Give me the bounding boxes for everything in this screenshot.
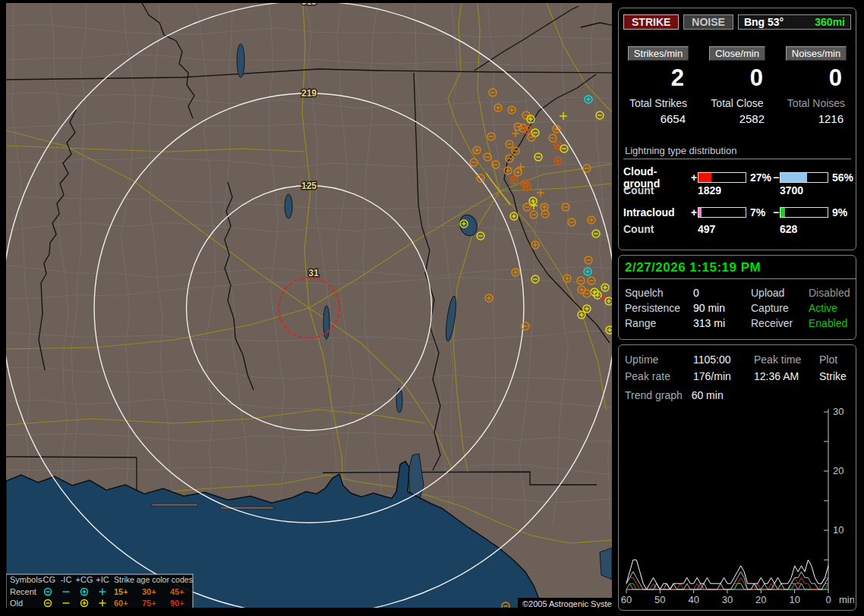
cg-positive-count: 1829: [698, 184, 746, 196]
svg-text:15+: 15+: [114, 587, 128, 596]
ring-label: 125: [301, 181, 317, 191]
upload-value: Disabled: [809, 287, 850, 299]
noises-column: Noises/min 0 Total Noises 1216: [777, 46, 856, 125]
svg-text:Strike age color codes: Strike age color codes: [114, 575, 193, 584]
trend-series-ic_negative: [626, 583, 828, 589]
map-layers: 12521931331Symbols-CG-IC+CG+ICStrike age…: [2, 0, 615, 616]
ic-negative-bar: [780, 207, 828, 218]
stats-row: Uptime 1105:00 Peak time Plot: [619, 351, 856, 368]
minus-sign: −: [772, 206, 780, 218]
counters-box: STRIKE NOISE Bng 53° 360mi Strikes/min 2…: [618, 8, 856, 250]
ic-positive-bar: [698, 207, 746, 218]
close-per-min-value: 0: [698, 61, 777, 93]
map-canvas[interactable]: 12521931331Symbols-CG-IC+CG+ICStrike age…: [0, 0, 615, 616]
intracloud-row: Intracloud + 7% − 9%: [623, 204, 851, 220]
range-readout: 360mi: [815, 16, 845, 28]
receiver-label: Receiver: [751, 317, 809, 329]
stats-row: Peak rate 176/min 12:36 AM Strike: [619, 368, 856, 385]
peak-time-label: Peak time: [754, 354, 819, 366]
trend-series-cg_negative: [626, 572, 828, 589]
alarm-ring-label: 31: [308, 268, 319, 278]
total-strikes-value: 6654: [619, 109, 698, 125]
total-noises-label: Total Noises: [777, 93, 856, 109]
copyright-text: ©2005 Astrogenic Systems: [522, 599, 615, 608]
cloud-ground-row: Cloud-ground + 27% − 56%: [623, 165, 851, 181]
status-row: Range 313 mi Receiver Enabled: [619, 316, 856, 331]
receiver-status-box: 2/27/2026 1:15:19 PM Squelch 0 Upload Di…: [618, 255, 856, 340]
cg-positive-percent: 27%: [746, 171, 772, 184]
intracloud-count-row: Count 497 628: [623, 220, 851, 238]
range-value: 313 mi: [693, 317, 751, 329]
cg-negative-count: 3700: [780, 184, 828, 196]
count-label: Count: [623, 223, 690, 235]
trend-series-total: [626, 560, 828, 589]
squelch-value: 0: [693, 287, 751, 299]
trend-graph-value: 60 min: [686, 389, 724, 401]
x-tick-label: 0: [825, 594, 831, 605]
distribution-title: Lightning type distribution: [623, 145, 851, 159]
plus-sign: +: [690, 171, 698, 184]
trend-graph-label: Trend graph: [625, 389, 683, 401]
capture-value: Active: [809, 302, 850, 314]
strikes-per-min-value: 2: [619, 61, 698, 93]
status-row: Squelch 0 Upload Disabled: [619, 285, 856, 300]
statistics-box: Uptime 1105:00 Peak time Plot Peak rate …: [618, 344, 856, 611]
upload-label: Upload: [751, 287, 809, 299]
svg-text:Symbols: Symbols: [10, 575, 43, 584]
svg-text:+IC: +IC: [96, 575, 109, 584]
lightning-type-distribution: Lightning type distribution Cloud-ground…: [619, 145, 856, 238]
status-row: Persistence 90 min Capture Active: [619, 300, 856, 316]
ic-positive-percent: 7%: [746, 206, 772, 218]
y-tick-label: 20: [833, 465, 844, 476]
total-strikes-label: Total Strikes: [619, 93, 698, 109]
x-axis-unit: min: [839, 594, 854, 605]
uptime-label: Uptime: [625, 354, 693, 366]
svg-text:Recent: Recent: [10, 587, 36, 596]
total-close-value: 2582: [698, 109, 777, 125]
persistence-value: 90 min: [693, 302, 751, 314]
x-tick-label: 20: [755, 594, 766, 605]
ring-label: 219: [301, 88, 317, 99]
noise-toggle-button[interactable]: NOISE: [683, 14, 733, 30]
svg-text:-IC: -IC: [61, 575, 72, 584]
peak-rate-value: 176/min: [693, 370, 754, 382]
plot-value: Strike: [819, 370, 850, 382]
y-tick-label: 10: [833, 524, 844, 536]
bearing-value: Bng 53°: [744, 16, 784, 28]
ic-negative-percent: 9%: [828, 206, 853, 218]
strikes-column: Strikes/min 2 Total Strikes 6654: [619, 46, 698, 125]
x-tick-label: 10: [789, 594, 799, 605]
capture-label: Capture: [751, 302, 809, 314]
svg-text:75+: 75+: [142, 599, 156, 608]
close-per-min-badge: Close/min: [709, 46, 765, 61]
plot-label: Plot: [819, 354, 850, 366]
cg-positive-bar: [698, 172, 746, 183]
x-tick-label: 60: [621, 594, 632, 605]
noises-per-min-value: 0: [777, 61, 856, 93]
receiver-value: Enabled: [809, 317, 850, 329]
range-label: Range: [625, 317, 693, 329]
uptime-value: 1105:00: [693, 354, 754, 366]
svg-text:90+: 90+: [170, 599, 184, 608]
peak-rate-label: Peak rate: [625, 370, 693, 382]
svg-text:Old: Old: [10, 599, 23, 608]
count-label: Count: [623, 184, 690, 196]
noises-per-min-badge: Noises/min: [786, 46, 847, 61]
trend-graph-row: Trend graph 60 min: [619, 385, 856, 401]
cloud-ground-count-row: Count 1829 3700: [623, 181, 851, 200]
y-tick-label: 30: [833, 406, 844, 417]
x-tick-label: 50: [654, 594, 665, 605]
chart-axes: [626, 409, 828, 593]
x-tick-label: 30: [722, 594, 733, 605]
strike-toggle-button[interactable]: STRIKE: [623, 14, 679, 30]
plus-sign: +: [690, 206, 698, 218]
trend-graph-chart: 1020306050403020100min: [620, 403, 854, 606]
svg-text:30+: 30+: [142, 587, 156, 596]
intracloud-label: Intracloud: [623, 206, 690, 218]
svg-text:+CG: +CG: [76, 575, 93, 584]
svg-text:60+: 60+: [114, 599, 128, 608]
status-panel: STRIKE NOISE Bng 53° 360mi Strikes/min 2…: [618, 0, 858, 616]
map-legend: Symbols-CG-IC+CG+ICStrike age color code…: [6, 574, 193, 608]
lightning-map[interactable]: 12521931331Symbols-CG-IC+CG+ICStrike age…: [0, 0, 615, 616]
cg-negative-percent: 56%: [828, 171, 853, 184]
